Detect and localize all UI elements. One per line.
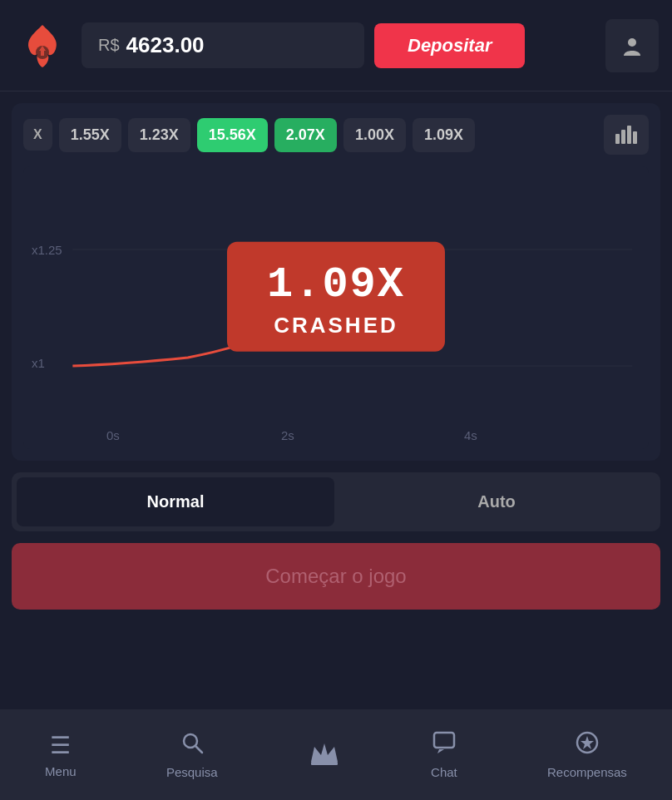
menu-icon: ☰: [50, 732, 71, 759]
svg-rect-3: [621, 130, 625, 144]
deposit-button[interactable]: Depositar: [374, 23, 525, 68]
nav-menu[interactable]: ☰ Menu: [45, 732, 77, 778]
tab-auto[interactable]: Auto: [338, 477, 655, 526]
currency-label: R$: [98, 36, 120, 55]
crashed-popup: 1.09X CRASHED: [227, 242, 445, 352]
svg-rect-12: [434, 733, 454, 748]
header: R$ 4623.00 Depositar: [0, 0, 672, 91]
crashed-multiplier: 1.09X: [267, 260, 405, 309]
nav-chat[interactable]: Chat: [431, 731, 457, 779]
mult-item-5[interactable]: 1.09X: [413, 118, 475, 152]
nav-crown[interactable]: [308, 738, 341, 772]
profile-button[interactable]: [605, 19, 659, 72]
svg-rect-2: [615, 134, 620, 144]
rewards-icon: [576, 731, 599, 760]
x-label-4s: 4s: [464, 428, 477, 442]
menu-label: Menu: [45, 764, 77, 778]
chart-toggle-button[interactable]: [604, 115, 649, 155]
search-icon: [180, 731, 204, 760]
start-btn-container: Começar o jogo: [12, 543, 660, 610]
logo: [13, 17, 72, 75]
mult-item-0[interactable]: 1.55X: [59, 118, 121, 152]
tabs-container: Normal Auto: [12, 472, 660, 531]
rewards-label: Recompensas: [547, 765, 627, 779]
game-container: X 1.55X 1.23X 15.56X 2.07X 1.00X 1.09X: [12, 103, 660, 461]
x-label-0s: 0s: [106, 428, 120, 442]
svg-marker-14: [581, 736, 594, 749]
svg-point-1: [628, 38, 636, 47]
tab-normal[interactable]: Normal: [17, 477, 334, 526]
crown-icon: [308, 738, 341, 772]
chat-icon: [432, 731, 456, 760]
nav-rewards[interactable]: Recompensas: [547, 731, 627, 779]
crash-chart: x1.25 x1 0s 2s 4s 1.09X CRASHED: [23, 166, 649, 449]
multiplier-bar: X 1.55X 1.23X 15.56X 2.07X 1.00X 1.09X: [23, 115, 649, 155]
y-label-125: x1.25: [32, 243, 62, 257]
svg-line-10: [195, 746, 202, 753]
svg-rect-11: [311, 762, 338, 765]
chat-label: Chat: [431, 765, 457, 779]
search-label: Pesquisa: [166, 765, 218, 779]
mult-item-1[interactable]: 1.23X: [128, 118, 190, 152]
mult-item-3[interactable]: 2.07X: [274, 118, 337, 152]
balance-amount: 4623.00: [126, 32, 205, 58]
start-game-button[interactable]: Começar o jogo: [12, 543, 660, 610]
x-label-2s: 2s: [281, 428, 294, 442]
mult-item-4[interactable]: 1.00X: [343, 118, 406, 152]
bottom-nav: ☰ Menu Pesquisa Chat: [0, 709, 672, 800]
crashed-text: CRASHED: [267, 313, 405, 338]
svg-rect-4: [627, 126, 631, 144]
y-label-1: x1: [32, 356, 45, 370]
x-button[interactable]: X: [23, 119, 52, 151]
balance-box: R$ 4623.00: [82, 22, 364, 68]
nav-search[interactable]: Pesquisa: [166, 731, 218, 779]
mult-item-2[interactable]: 15.56X: [197, 118, 268, 152]
svg-rect-5: [633, 131, 637, 144]
